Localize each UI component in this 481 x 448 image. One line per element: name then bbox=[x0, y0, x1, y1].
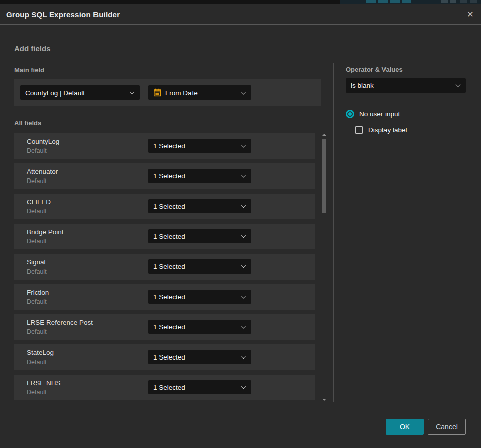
field-name: Friction bbox=[27, 289, 49, 296]
chevron-down-icon bbox=[241, 143, 246, 148]
chevron-down-icon bbox=[241, 324, 246, 329]
field-subtitle: Default bbox=[27, 147, 47, 154]
vertical-divider bbox=[333, 63, 334, 402]
main-field-dropdown-value: From Date bbox=[165, 89, 198, 97]
field-name: Signal bbox=[27, 258, 46, 266]
background-fragment bbox=[366, 0, 376, 3]
background-fragment bbox=[470, 0, 477, 3]
background-fragment bbox=[441, 0, 448, 3]
field-selected-dropdown-value: 1 Selected bbox=[153, 172, 185, 180]
field-selected-dropdown[interactable]: 1 Selected bbox=[148, 380, 251, 394]
group-sql-expression-builder-dialog: Group SQL Expression Builder ✕ Add field… bbox=[0, 4, 481, 448]
field-selected-dropdown[interactable]: 1 Selected bbox=[148, 259, 251, 274]
field-subtitle: Default bbox=[27, 208, 47, 215]
field-selected-dropdown-value: 1 Selected bbox=[153, 233, 185, 240]
chevron-down-icon bbox=[241, 89, 246, 95]
scrollbar-up-arrow-icon[interactable] bbox=[322, 134, 326, 136]
field-selected-dropdown-value: 1 Selected bbox=[153, 142, 185, 150]
field-selected-dropdown-value: 1 Selected bbox=[153, 263, 185, 271]
field-selected-dropdown-value: 1 Selected bbox=[153, 323, 185, 331]
field-subtitle: Default bbox=[27, 177, 47, 185]
field-subtitle: Default bbox=[27, 268, 47, 275]
field-row: CountyLog Default 1 Selected bbox=[14, 133, 315, 159]
field-subtitle: Default bbox=[27, 328, 47, 335]
background-fragment bbox=[460, 0, 467, 3]
display-label-label: Display label bbox=[368, 126, 407, 134]
field-selected-dropdown[interactable]: 1 Selected bbox=[148, 139, 251, 153]
field-name: LRSE NHS bbox=[27, 379, 61, 387]
operator-dropdown-value: is blank bbox=[351, 82, 374, 89]
no-user-input-radio[interactable]: No user input bbox=[346, 110, 400, 118]
field-selected-dropdown-value: 1 Selected bbox=[153, 293, 185, 301]
all-fields-list: CountyLog Default 1 Selected Attenuator … bbox=[14, 133, 315, 400]
scrollbar-thumb[interactable] bbox=[322, 139, 326, 213]
field-name: Bridge Point bbox=[27, 228, 64, 236]
field-selected-dropdown[interactable]: 1 Selected bbox=[148, 169, 251, 183]
field-row: Signal Default 1 Selected bbox=[14, 254, 315, 280]
field-name: CountyLog bbox=[27, 138, 59, 145]
cancel-button[interactable]: Cancel bbox=[428, 419, 466, 435]
operator-dropdown[interactable]: is blank bbox=[346, 78, 466, 93]
field-selected-dropdown[interactable]: 1 Selected bbox=[148, 199, 251, 213]
chevron-down-icon bbox=[130, 89, 135, 95]
chevron-down-icon bbox=[241, 173, 246, 178]
field-subtitle: Default bbox=[27, 238, 47, 245]
display-label-checkbox[interactable]: Display label bbox=[355, 126, 407, 134]
field-row: LRSE NHS Default 1 Selected bbox=[14, 375, 315, 400]
field-selected-dropdown-value: 1 Selected bbox=[153, 384, 185, 391]
field-name: StateLog bbox=[27, 349, 54, 356]
layer-dropdown-value: CountyLog | Default bbox=[25, 89, 85, 97]
field-name: CLIFED bbox=[27, 198, 51, 206]
field-selected-dropdown[interactable]: 1 Selected bbox=[148, 229, 251, 243]
field-subtitle: Default bbox=[27, 359, 47, 366]
field-row: Friction Default 1 Selected bbox=[14, 284, 315, 310]
background-fragment bbox=[402, 0, 411, 3]
background-fragment bbox=[390, 0, 400, 3]
main-field-label: Main field bbox=[14, 66, 44, 74]
main-field-dropdown[interactable]: From Date bbox=[148, 85, 251, 100]
radio-selected-icon bbox=[346, 110, 354, 118]
ok-button[interactable]: OK bbox=[386, 419, 424, 435]
add-fields-heading: Add fields bbox=[14, 44, 51, 53]
chevron-down-icon bbox=[241, 384, 246, 389]
field-selected-dropdown[interactable]: 1 Selected bbox=[148, 290, 251, 304]
field-selected-dropdown[interactable]: 1 Selected bbox=[148, 320, 251, 334]
field-row: StateLog Default 1 Selected bbox=[14, 344, 315, 370]
field-row: Bridge Point Default 1 Selected bbox=[14, 224, 315, 249]
field-subtitle: Default bbox=[27, 389, 47, 396]
scrollbar-down-arrow-icon[interactable] bbox=[322, 399, 326, 401]
chevron-down-icon bbox=[241, 263, 246, 268]
chevron-down-icon bbox=[241, 354, 246, 359]
background-fragment bbox=[378, 0, 388, 3]
calendar-icon bbox=[153, 88, 161, 97]
close-icon[interactable]: ✕ bbox=[467, 10, 474, 19]
list-scrollbar bbox=[322, 132, 326, 402]
operator-values-heading: Operator & Values bbox=[346, 66, 403, 73]
layer-dropdown[interactable]: CountyLog | Default bbox=[20, 85, 140, 100]
field-row: Attenuator Default 1 Selected bbox=[14, 163, 315, 189]
field-row: CLIFED Default 1 Selected bbox=[14, 194, 315, 219]
background-app-strip bbox=[0, 0, 481, 4]
field-name: Attenuator bbox=[27, 168, 58, 175]
chevron-down-icon bbox=[241, 294, 246, 299]
dialog-title: Group SQL Expression Builder bbox=[6, 10, 120, 19]
dialog-titlebar: Group SQL Expression Builder ✕ bbox=[0, 4, 481, 25]
chevron-down-icon bbox=[456, 82, 461, 87]
field-name: LRSE Reference Post bbox=[27, 319, 93, 326]
chevron-down-icon bbox=[241, 203, 246, 208]
field-selected-dropdown-value: 1 Selected bbox=[153, 353, 185, 361]
background-fragment bbox=[450, 0, 456, 3]
chevron-down-icon bbox=[241, 233, 246, 238]
field-selected-dropdown[interactable]: 1 Selected bbox=[148, 350, 251, 364]
all-fields-label: All fields bbox=[14, 119, 41, 127]
checkbox-unchecked-icon bbox=[355, 126, 363, 134]
no-user-input-label: No user input bbox=[359, 110, 400, 118]
field-selected-dropdown-value: 1 Selected bbox=[153, 203, 185, 210]
field-subtitle: Default bbox=[27, 298, 47, 305]
field-row: LRSE Reference Post Default 1 Selected bbox=[14, 314, 315, 340]
main-field-panel: CountyLog | Default From Date bbox=[14, 79, 321, 106]
